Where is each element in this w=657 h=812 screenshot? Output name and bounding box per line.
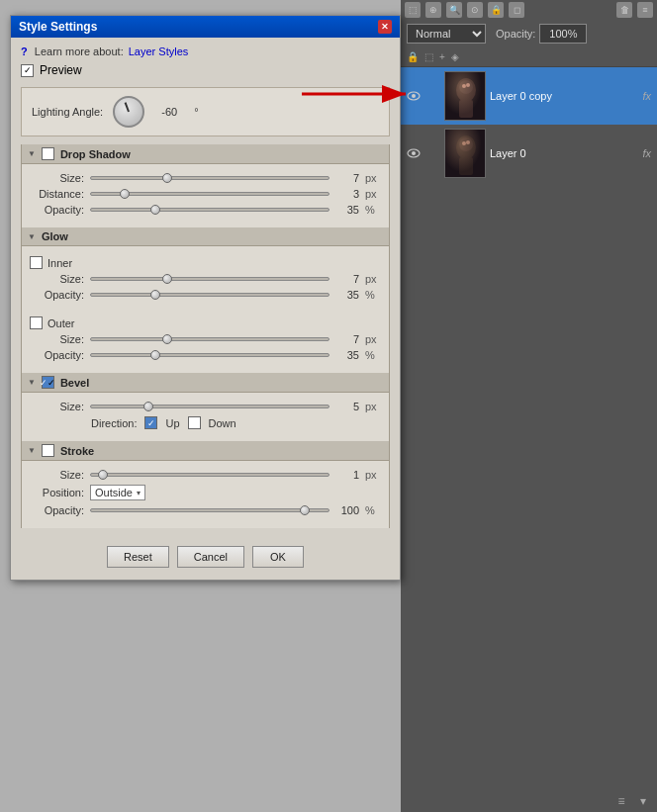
toolbar-icon-4[interactable]: ⊙	[467, 2, 483, 18]
stroke-opacity-unit: %	[365, 504, 381, 516]
size-thumb-drop-shadow	[162, 173, 172, 183]
stroke-arrow-icon: ▼	[28, 446, 36, 455]
toolbar-icon-3[interactable]: 🔍	[446, 2, 462, 18]
inner-size-slider[interactable]	[90, 277, 329, 281]
inner-size-thumb	[162, 274, 172, 284]
layer-item-0[interactable]: Layer 0 fx	[401, 125, 657, 182]
opacity-value-drop-shadow: 35	[335, 204, 359, 216]
stroke-position-dropdown[interactable]: Outside ▾	[90, 485, 145, 500]
stroke-opacity-thumb	[300, 505, 310, 515]
svg-point-17	[466, 140, 470, 144]
lighting-angle-row: Lighting Angle: -60 °	[21, 87, 390, 136]
toolbar-icon-6[interactable]: ◻	[509, 2, 524, 18]
top-toolbar: ⬚ ⊕ 🔍 ⊙ 🔒 ◻ 🗑 ≡	[401, 0, 657, 20]
inner-opacity-unit: %	[365, 289, 381, 301]
stroke-size-slider[interactable]	[90, 473, 329, 477]
toolbar-icon-5[interactable]: 🔒	[488, 2, 504, 18]
layer-thumb-inner-0	[445, 130, 485, 177]
lighting-dial[interactable]	[113, 96, 144, 128]
size-value-drop-shadow: 7	[335, 172, 359, 184]
blend-opacity-bar: Normal Opacity:	[401, 20, 657, 47]
bevel-checkbox[interactable]: ✓	[42, 376, 54, 389]
bevel-header[interactable]: ▼ ✓ Bevel	[21, 373, 390, 393]
ok-button[interactable]: OK	[252, 546, 304, 568]
glow-title: Glow	[42, 230, 68, 242]
blend-mode-select[interactable]: Normal	[407, 24, 486, 44]
svg-point-14	[459, 137, 473, 151]
layer-name-0: Layer 0	[490, 147, 638, 159]
layer-name-copy: Layer 0 copy	[490, 90, 638, 102]
preview-checkbox[interactable]	[21, 64, 34, 77]
bevel-size-unit: px	[365, 401, 381, 412]
inner-glow-header: Inner	[30, 256, 381, 269]
degree-symbol: °	[194, 106, 198, 118]
eye-icon-copy	[407, 91, 421, 101]
opacity-slider-drop-shadow[interactable]	[90, 208, 329, 212]
layer-item-copy[interactable]: Layer 0 copy fx	[401, 67, 657, 125]
layer-styles-link[interactable]: Layer Styles	[129, 45, 189, 57]
lock-bar: 🔒 ⬚ + ◈	[401, 47, 657, 67]
stroke-opacity-slider[interactable]	[90, 508, 329, 512]
layers-panel: ⬚ ⊕ 🔍 ⊙ 🔒 ◻ 🗑 ≡ Normal Opacity: 🔒 ⬚ + ◈	[401, 0, 657, 812]
toolbar-icon-2[interactable]: ⊕	[425, 2, 441, 18]
svg-point-5	[456, 78, 476, 102]
toolbar-icon-menu[interactable]: ≡	[637, 2, 653, 18]
toolbar-icon-1[interactable]: ⬚	[405, 2, 421, 18]
outer-size-row: Size: 7 px	[30, 333, 381, 345]
layer-thumb-0	[444, 129, 486, 178]
lock-icon-3: +	[439, 51, 445, 62]
layer-vis-icon-0[interactable]	[405, 144, 422, 162]
layers-spacer	[401, 182, 657, 790]
stroke-size-thumb	[98, 470, 108, 480]
stroke-opacity-value: 100	[335, 504, 359, 516]
reset-button[interactable]: Reset	[107, 546, 169, 568]
drop-shadow-header[interactable]: ▼ Drop Shadow	[21, 144, 390, 164]
outer-opacity-label: Opacity:	[30, 349, 84, 361]
drop-shadow-size-row: Size: 7 px	[30, 172, 381, 184]
inner-glow-checkbox[interactable]	[30, 256, 43, 269]
bevel-size-slider[interactable]	[90, 405, 329, 408]
outer-glow-checkbox[interactable]	[30, 316, 43, 329]
outer-glow-header: Outer	[30, 316, 381, 329]
distance-slider[interactable]	[90, 192, 329, 196]
bevel-down-checkbox[interactable]	[188, 416, 201, 429]
close-icon: ✕	[381, 22, 389, 32]
dialog-title-bar: Style Settings ✕	[11, 16, 400, 38]
dial-needle	[125, 102, 130, 112]
drop-shadow-checkbox[interactable]	[42, 147, 54, 160]
stroke-size-label: Size:	[30, 469, 84, 481]
dialog-close-button[interactable]: ✕	[378, 20, 392, 34]
toolbar-icon-trash[interactable]: 🗑	[616, 2, 632, 18]
size-slider-drop-shadow[interactable]	[90, 176, 329, 180]
dropdown-arrow-icon: ▾	[137, 489, 141, 497]
inner-size-row: Size: 7 px	[30, 273, 381, 285]
outer-size-slider[interactable]	[90, 337, 329, 341]
preview-label: Preview	[40, 63, 82, 77]
bottom-icon-chevron[interactable]: ▾	[635, 793, 651, 809]
preview-row: Preview	[21, 63, 390, 77]
outer-opacity-slider[interactable]	[90, 353, 329, 357]
outer-opacity-row: Opacity: 35 %	[30, 349, 381, 361]
bevel-up-checkbox[interactable]	[144, 416, 157, 429]
help-icon: ?	[21, 45, 28, 57]
opacity-input[interactable]	[539, 24, 587, 44]
layer-vis-icon-copy[interactable]	[405, 87, 422, 105]
outer-size-thumb	[162, 334, 172, 344]
inner-opacity-slider[interactable]	[90, 293, 329, 297]
bottom-icon-list[interactable]: ≡	[613, 793, 629, 809]
cancel-button[interactable]: Cancel	[177, 546, 244, 568]
learn-more-text: Learn more about:	[35, 45, 124, 57]
inner-opacity-row: Opacity: 35 %	[30, 289, 381, 301]
inner-size-unit: px	[365, 273, 381, 285]
opacity-label: Opacity:	[496, 28, 535, 40]
glow-header[interactable]: ▼ Glow	[21, 227, 390, 246]
stroke-position-label: Position:	[30, 487, 84, 498]
drop-shadow-distance-row: Distance: 3 px	[30, 188, 381, 200]
stroke-checkbox[interactable]	[42, 444, 54, 457]
stroke-header[interactable]: ▼ Stroke	[21, 441, 390, 461]
distance-value: 3	[335, 188, 359, 200]
svg-rect-15	[459, 157, 473, 175]
drop-shadow-arrow-icon: ▼	[28, 149, 36, 158]
svg-rect-4	[445, 72, 486, 121]
layer-thumb-copy	[444, 71, 486, 121]
